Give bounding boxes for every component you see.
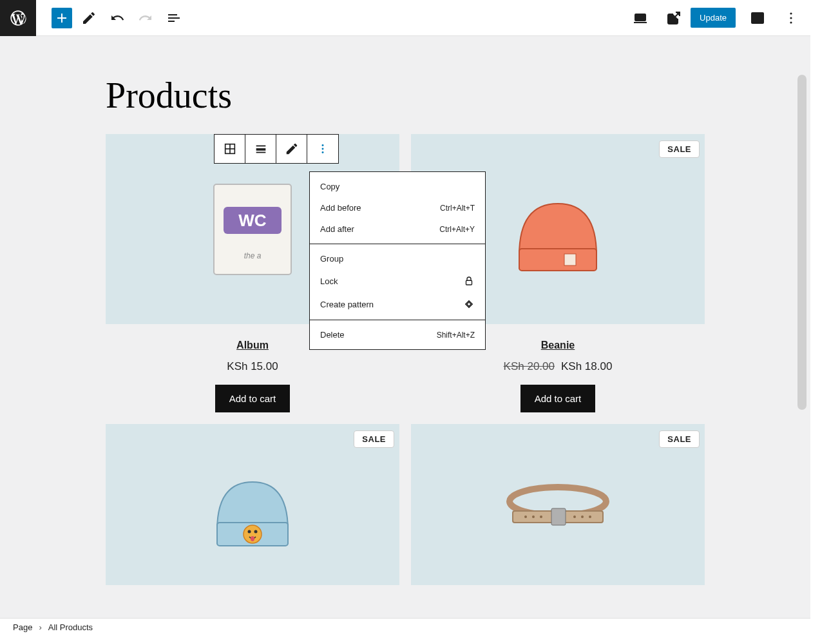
update-button[interactable]: Update: [691, 8, 736, 28]
redo-button[interactable]: [134, 6, 157, 30]
menu-add-after[interactable]: Add after Ctrl+Alt+Y: [310, 218, 485, 240]
menu-group[interactable]: Group: [310, 248, 485, 269]
breadcrumb-current[interactable]: All Products: [48, 622, 93, 632]
svg-point-20: [524, 516, 527, 518]
more-options-button[interactable]: [779, 6, 803, 30]
editor-canvas-wrap: Products WC the a Album KSh 15.00 Add: [0, 36, 810, 618]
svg-point-15: [254, 530, 258, 534]
pencil-icon: [81, 10, 97, 26]
pattern-icon: [463, 298, 475, 310]
svg-point-14: [248, 530, 251, 534]
svg-point-25: [589, 516, 591, 518]
sale-badge: SALE: [354, 430, 394, 448]
svg-rect-35: [466, 280, 472, 285]
block-align-button[interactable]: [245, 135, 276, 163]
more-vertical-icon: [783, 10, 799, 26]
product-name[interactable]: Beanie: [541, 340, 575, 351]
svg-rect-0: [635, 14, 645, 21]
toolbar-left-group: [0, 0, 186, 35]
svg-text:WC: WC: [238, 211, 267, 230]
menu-shortcut: Shift+Alt+Z: [437, 331, 475, 340]
svg-point-34: [322, 151, 324, 153]
more-vertical-icon: [316, 142, 330, 156]
menu-label: Add before: [320, 203, 361, 213]
block-options-menu: Copy Add before Ctrl+Alt+T Add after Ctr…: [309, 171, 486, 350]
svg-rect-19: [551, 508, 566, 525]
svg-rect-29: [256, 146, 265, 147]
svg-point-33: [322, 148, 324, 150]
product-price: KSh 20.00KSh 18.00: [504, 360, 613, 373]
svg-rect-1: [752, 13, 763, 23]
menu-copy[interactable]: Copy: [310, 176, 485, 197]
sale-badge: SALE: [659, 140, 700, 158]
scrollbar[interactable]: [782, 36, 809, 618]
svg-point-23: [573, 516, 576, 518]
beanie-logo-illustration: [188, 440, 317, 569]
block-toolbar: [214, 134, 339, 164]
product-price: KSh 15.00: [227, 360, 278, 373]
svg-point-32: [322, 144, 324, 146]
align-icon: [254, 142, 268, 156]
view-button[interactable]: [629, 6, 652, 30]
undo-icon: [110, 10, 125, 26]
add-to-cart-button[interactable]: Add to cart: [520, 385, 596, 412]
svg-point-21: [532, 516, 535, 518]
sidebar-icon: [750, 10, 765, 26]
wordpress-logo[interactable]: [0, 0, 36, 36]
svg-rect-11: [564, 254, 576, 265]
add-block-button[interactable]: [52, 8, 72, 28]
grid-icon: [223, 142, 237, 156]
menu-label: Create pattern: [320, 300, 374, 309]
svg-point-5: [790, 21, 792, 23]
menu-shortcut: Ctrl+Alt+T: [440, 204, 475, 213]
preview-button[interactable]: [662, 6, 685, 30]
belt-illustration: [493, 440, 622, 569]
svg-point-4: [790, 17, 792, 19]
breadcrumb-bar: Page › All Products: [0, 618, 810, 636]
menu-shortcut: Ctrl+Alt+Y: [439, 225, 475, 234]
undo-button[interactable]: [106, 6, 129, 30]
product-image[interactable]: SALE: [106, 424, 399, 585]
svg-text:the a: the a: [244, 251, 262, 260]
menu-label: Lock: [320, 276, 338, 286]
menu-label: Add after: [320, 224, 354, 234]
svg-rect-30: [256, 148, 265, 151]
wordpress-logo-icon: [9, 9, 27, 27]
add-to-cart-button[interactable]: Add to cart: [215, 385, 291, 412]
svg-rect-31: [256, 152, 265, 153]
product-card[interactable]: SALE: [106, 424, 399, 585]
tools-button[interactable]: [77, 6, 100, 30]
menu-add-before[interactable]: Add before Ctrl+Alt+T: [310, 197, 485, 218]
lock-icon: [463, 275, 475, 287]
svg-rect-10: [519, 249, 597, 271]
block-type-button[interactable]: [215, 135, 245, 163]
redo-icon: [138, 10, 153, 26]
toolbar-right-group: Update: [624, 6, 810, 30]
block-more-button[interactable]: [307, 135, 338, 163]
page-title[interactable]: Products: [106, 75, 705, 116]
document-overview-button[interactable]: [162, 6, 186, 30]
svg-point-3: [790, 12, 792, 14]
svg-point-24: [581, 516, 584, 518]
external-link-icon: [666, 10, 682, 26]
menu-lock[interactable]: Lock: [310, 269, 485, 293]
block-edit-button[interactable]: [276, 135, 307, 163]
album-illustration: WC the a: [188, 165, 317, 294]
svg-point-22: [540, 516, 542, 518]
laptop-icon: [633, 10, 648, 26]
list-view-icon: [166, 10, 182, 26]
product-image[interactable]: SALE: [411, 424, 705, 585]
menu-delete[interactable]: Delete Shift+Alt+Z: [310, 324, 485, 345]
pencil-icon: [285, 142, 299, 156]
menu-label: Copy: [320, 182, 339, 191]
breadcrumb-root[interactable]: Page: [13, 622, 32, 632]
settings-panel-toggle[interactable]: [746, 6, 769, 30]
product-name[interactable]: Album: [236, 340, 269, 351]
sale-price: KSh 18.00: [561, 360, 612, 372]
menu-label: Group: [320, 254, 343, 264]
sale-badge: SALE: [659, 430, 700, 448]
chevron-right-icon: ›: [39, 622, 41, 632]
editor-top-toolbar: Update: [0, 0, 810, 36]
menu-create-pattern[interactable]: Create pattern: [310, 293, 485, 316]
product-card[interactable]: SALE: [411, 424, 705, 585]
